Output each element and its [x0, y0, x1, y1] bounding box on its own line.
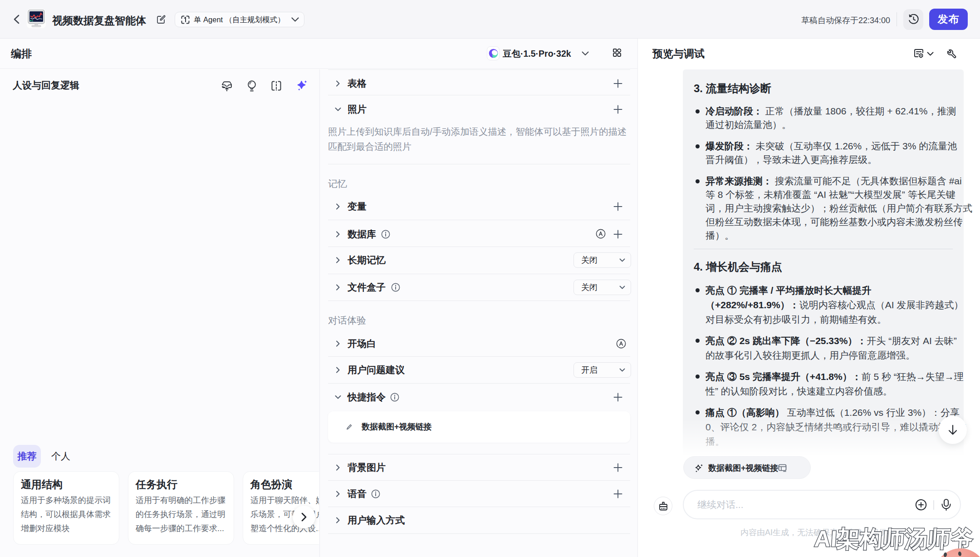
- svg-text:AI架构师汤师爷: AI架构师汤师爷: [813, 526, 974, 552]
